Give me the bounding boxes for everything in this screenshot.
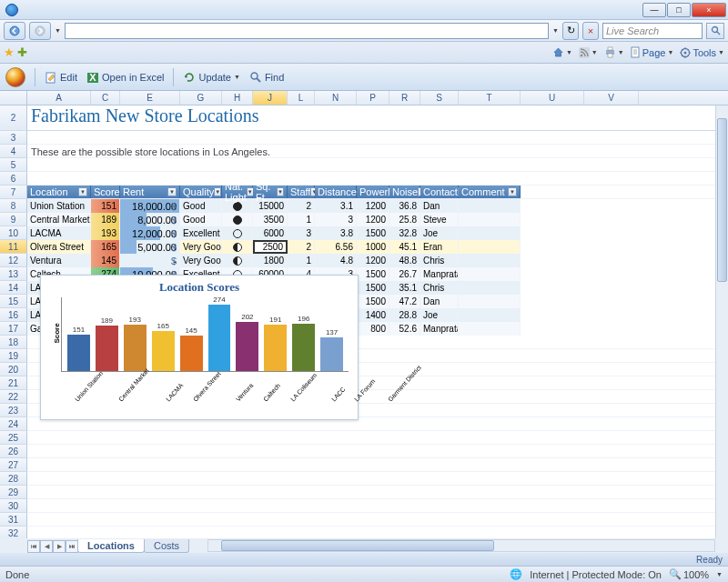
table-column-header[interactable]: Comment▼ bbox=[459, 186, 521, 198]
row-header[interactable]: 3 bbox=[0, 131, 27, 145]
table-column-header[interactable]: Score▼ bbox=[91, 186, 120, 198]
cell-distance[interactable]: 6.56 bbox=[315, 240, 357, 254]
cell-noise[interactable]: 47.2 bbox=[389, 295, 420, 308]
row-header[interactable]: 19 bbox=[0, 349, 27, 363]
cell-staff[interactable]: 1 bbox=[288, 254, 315, 267]
search-input[interactable]: Live Search bbox=[602, 23, 703, 39]
address-input[interactable] bbox=[65, 23, 549, 39]
cell-power[interactable]: 1500 bbox=[357, 295, 389, 308]
table-column-header[interactable]: Distance▼ bbox=[315, 186, 357, 198]
cell-location[interactable]: Central Market bbox=[27, 213, 91, 226]
close-button[interactable]: × bbox=[692, 3, 726, 17]
table-column-header[interactable]: Quality▼ bbox=[180, 186, 222, 198]
cell-quality[interactable]: Very Good bbox=[180, 254, 222, 267]
cell-noise[interactable]: 35.1 bbox=[389, 281, 420, 295]
cell-natlight[interactable] bbox=[222, 213, 253, 226]
row-header[interactable]: 17 bbox=[0, 322, 27, 336]
find-button[interactable]: Find bbox=[249, 71, 284, 84]
row-header[interactable]: 4 bbox=[0, 145, 27, 158]
cell-comment[interactable] bbox=[459, 213, 521, 226]
row-header[interactable]: 22 bbox=[0, 390, 27, 404]
cell-score[interactable]: 151 bbox=[91, 199, 120, 213]
cell-noise[interactable]: 25.8 bbox=[389, 213, 420, 226]
row-header[interactable]: 23 bbox=[0, 404, 27, 417]
row-header[interactable]: 20 bbox=[0, 363, 27, 376]
cell-location[interactable]: Union Station bbox=[27, 199, 91, 213]
cell-natlight[interactable] bbox=[222, 240, 253, 254]
row-header[interactable]: 29 bbox=[0, 486, 27, 499]
back-button[interactable] bbox=[4, 22, 25, 40]
row-header[interactable]: 28 bbox=[0, 472, 27, 486]
row-header[interactable]: 26 bbox=[0, 445, 27, 458]
cell-noise[interactable]: 36.8 bbox=[389, 199, 420, 213]
cell-comment[interactable] bbox=[459, 308, 521, 322]
cell-location[interactable]: Ventura bbox=[27, 254, 91, 267]
cell-quality[interactable]: Very Good bbox=[180, 240, 222, 254]
row-header[interactable]: 21 bbox=[0, 376, 27, 390]
cell-sqft[interactable]: 6000 bbox=[253, 226, 288, 240]
print-button[interactable]: ▼ bbox=[604, 46, 624, 58]
cell-rent[interactable]: $12,000.00 bbox=[120, 226, 180, 240]
row-header[interactable]: 14 bbox=[0, 281, 27, 295]
office-button[interactable] bbox=[5, 67, 25, 87]
column-header[interactable]: H bbox=[222, 91, 253, 105]
maximize-button[interactable]: □ bbox=[667, 3, 691, 17]
cell-distance[interactable]: 4.8 bbox=[315, 254, 357, 267]
cell-comment[interactable] bbox=[459, 281, 521, 295]
cell-sqft[interactable]: 1800 bbox=[253, 254, 288, 267]
row-header[interactable]: 7 bbox=[0, 186, 27, 199]
cell-comment[interactable] bbox=[459, 267, 521, 281]
grid-body[interactable]: 2Fabrikam New Store Locations 3 4These a… bbox=[0, 105, 715, 538]
column-header[interactable]: V bbox=[584, 91, 639, 105]
search-button[interactable] bbox=[706, 23, 724, 39]
cell-sqft[interactable]: 3500 bbox=[253, 213, 288, 226]
sheet-tab-locations[interactable]: Locations bbox=[77, 539, 145, 553]
cell-distance[interactable]: 3.8 bbox=[315, 226, 357, 240]
chart[interactable]: Location Scores Score 151189193165145274… bbox=[40, 275, 359, 420]
filter-dropdown-icon[interactable]: ▼ bbox=[214, 187, 221, 196]
row-header[interactable]: 10 bbox=[0, 226, 27, 240]
tab-next-icon[interactable]: ▶ bbox=[53, 540, 66, 553]
column-header[interactable]: L bbox=[288, 91, 315, 105]
cell-noise[interactable]: 48.8 bbox=[389, 254, 420, 267]
cell-contact[interactable]: Chris bbox=[420, 281, 459, 295]
cell-location[interactable]: Olvera Street bbox=[27, 240, 91, 254]
cell-staff[interactable]: 3 bbox=[288, 226, 315, 240]
cell-comment[interactable] bbox=[459, 240, 521, 254]
tab-first-icon[interactable]: ⏮ bbox=[27, 540, 40, 553]
cell-noise[interactable]: 45.1 bbox=[389, 240, 420, 254]
cell-comment[interactable] bbox=[459, 226, 521, 240]
forward-button[interactable] bbox=[29, 22, 51, 40]
stop-button[interactable]: × bbox=[582, 22, 599, 40]
cell-contact[interactable]: Eran bbox=[420, 240, 459, 254]
cell-comment[interactable] bbox=[459, 254, 521, 267]
tab-last-icon[interactable]: ⏭ bbox=[66, 540, 78, 553]
row-header[interactable]: 31 bbox=[0, 513, 27, 527]
cell-natlight[interactable] bbox=[222, 254, 253, 267]
table-column-header[interactable]: Sq. Ft.▼ bbox=[253, 186, 288, 198]
update-button[interactable]: Update▼ bbox=[183, 71, 239, 84]
row-header[interactable]: 2 bbox=[0, 105, 27, 131]
column-header[interactable]: T bbox=[459, 91, 521, 105]
filter-dropdown-icon[interactable]: ▼ bbox=[167, 187, 177, 196]
cell-location[interactable]: LACMA bbox=[27, 226, 91, 240]
row-header[interactable]: 12 bbox=[0, 254, 27, 267]
cell-distance[interactable]: 3 bbox=[315, 213, 357, 226]
column-header[interactable]: C bbox=[91, 91, 120, 105]
minimize-button[interactable]: — bbox=[642, 3, 666, 17]
row-header[interactable]: 13 bbox=[0, 267, 27, 281]
home-button[interactable]: ▼ bbox=[552, 46, 572, 58]
cell-score[interactable]: 145 bbox=[91, 254, 120, 267]
cell-comment[interactable] bbox=[459, 322, 521, 336]
scroll-thumb[interactable] bbox=[221, 540, 494, 551]
column-header[interactable]: P bbox=[357, 91, 389, 105]
column-header[interactable]: E bbox=[120, 91, 180, 105]
cell-noise[interactable]: 26.7 bbox=[389, 267, 420, 281]
row-header[interactable]: 6 bbox=[0, 172, 27, 186]
cell-contact[interactable]: Dan bbox=[420, 295, 459, 308]
row-header[interactable]: 15 bbox=[0, 295, 27, 308]
cell-comment[interactable] bbox=[459, 199, 521, 213]
cell-contact[interactable]: Chris bbox=[420, 254, 459, 267]
table-column-header[interactable]: Nat. Light▼ bbox=[222, 186, 253, 198]
cell-score[interactable]: 165 bbox=[91, 240, 120, 254]
